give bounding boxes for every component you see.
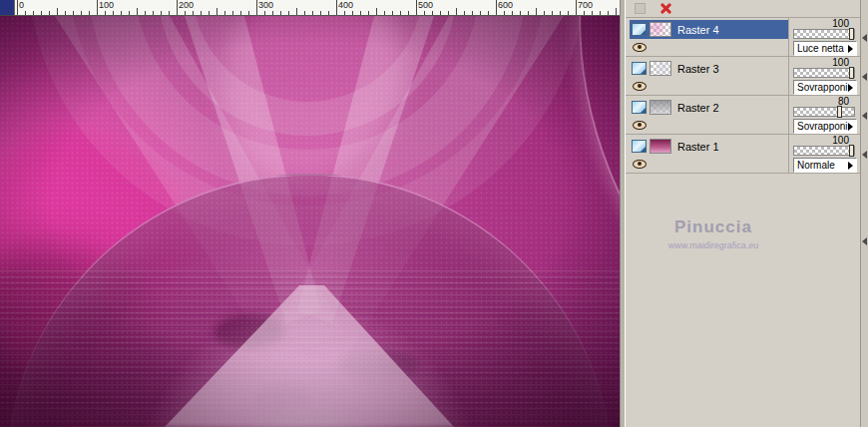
- ruler-tick: [97, 0, 98, 15]
- layer-row-header[interactable]: Raster 3: [630, 59, 788, 78]
- dropdown-arrow-icon: [848, 45, 853, 53]
- panel-edge-strip[interactable]: [860, 0, 868, 427]
- ruler-tick: [440, 11, 441, 15]
- visibility-eye-icon[interactable]: [633, 160, 647, 169]
- opacity-slider[interactable]: [793, 107, 855, 117]
- ruler-tick: [448, 11, 449, 15]
- layer-thumbnail: [650, 22, 671, 37]
- watermark-title: Pinuccia: [634, 217, 793, 237]
- layer-row-footer: [630, 156, 788, 172]
- ruler-tick: [480, 11, 481, 15]
- layer-thumbnail: [650, 61, 671, 76]
- ruler-tick: [272, 11, 273, 15]
- opacity-slider-handle[interactable]: [837, 106, 842, 118]
- blend-mode-dropdown[interactable]: Sovrapponi: [793, 119, 857, 134]
- layer-name[interactable]: Raster 2: [674, 102, 719, 114]
- ruler-tick: [352, 11, 353, 15]
- blend-mode-dropdown[interactable]: Normale: [793, 158, 857, 173]
- layer-row-header[interactable]: Raster 2: [630, 98, 788, 117]
- layer-row[interactable]: Raster 2 80 Sovrapponi: [626, 96, 860, 135]
- collapse-arrow-icon[interactable]: [862, 151, 867, 159]
- ruler-number: 200: [179, 1, 194, 10]
- toolbar-button[interactable]: [631, 1, 649, 16]
- ruler-tick: [264, 11, 265, 15]
- layer-row[interactable]: Raster 1 100 Normale: [626, 135, 860, 174]
- ruler-tick: [384, 11, 385, 15]
- ruler-tick: [248, 11, 249, 15]
- dropdown-arrow-icon: [848, 84, 853, 92]
- ruler-tick: [169, 11, 170, 15]
- collapse-arrow-icon[interactable]: [862, 112, 867, 120]
- layer-controls: 80 Sovrapponi: [788, 96, 860, 134]
- delete-layer-button[interactable]: [656, 1, 674, 16]
- opacity-slider-handle[interactable]: [849, 28, 854, 40]
- opacity-value: 80: [838, 97, 849, 106]
- opacity-slider-handle[interactable]: [849, 67, 854, 79]
- opacity-value: 100: [832, 19, 849, 28]
- ruler-tick: [512, 11, 513, 15]
- layer-row[interactable]: Raster 4 100 Luce netta: [626, 18, 860, 57]
- ruler-tick: [121, 11, 122, 15]
- layer-name[interactable]: Raster 1: [674, 141, 719, 153]
- ruler-tick: [560, 11, 561, 15]
- ruler-tick: [129, 11, 130, 15]
- canvas-area: 0100200300400500600700: [0, 0, 620, 427]
- ruler-tick: [25, 11, 26, 15]
- eye-pupil: [638, 162, 642, 166]
- layer-row-header[interactable]: Raster 1: [630, 137, 788, 156]
- ruler-tick: [600, 11, 601, 15]
- ruler-tick: [113, 11, 114, 15]
- ruler-tick: [209, 11, 210, 15]
- ruler-tick: [105, 11, 106, 15]
- ruler-tick: [217, 8, 217, 15]
- ruler-tick: [240, 11, 241, 15]
- visibility-eye-icon[interactable]: [633, 43, 647, 52]
- dropdown-arrow-icon: [848, 162, 853, 170]
- ruler-tick: [65, 11, 66, 15]
- ruler-tick: [576, 0, 577, 15]
- layer-controls: 100 Normale: [788, 135, 860, 173]
- ruler-tick: [280, 11, 281, 15]
- new-layer-icon: [635, 3, 646, 14]
- layer-row-left: Raster 1: [626, 135, 788, 173]
- layer-row[interactable]: Raster 3 100 Sovrapponi: [626, 57, 860, 96]
- blend-mode-dropdown[interactable]: Luce netta: [793, 41, 857, 56]
- ruler-tick: [81, 11, 82, 15]
- blend-mode-value: Normale: [797, 160, 835, 172]
- visibility-eye-icon[interactable]: [633, 121, 647, 130]
- layer-row-header[interactable]: Raster 4: [630, 20, 788, 39]
- artwork-vignette: [0, 16, 620, 427]
- ruler-tick: [432, 11, 433, 15]
- ruler-tick: [488, 11, 489, 15]
- collapse-arrow-icon[interactable]: [862, 73, 867, 81]
- ruler-number: 400: [338, 1, 353, 10]
- watermark-url: www.maidiregrafica.eu: [634, 240, 793, 250]
- visibility-eye-icon[interactable]: [633, 82, 647, 91]
- ruler-tick: [472, 11, 473, 15]
- ruler-tick: [153, 11, 154, 15]
- ruler-tick: [57, 8, 58, 15]
- opacity-slider-handle[interactable]: [849, 145, 854, 157]
- opacity-slider[interactable]: [793, 29, 855, 39]
- layer-name[interactable]: Raster 4: [674, 24, 719, 36]
- ruler-tick: [224, 11, 225, 15]
- ruler-tick: [392, 11, 393, 15]
- ruler-number: 600: [498, 1, 513, 10]
- ruler-tick: [185, 11, 186, 15]
- image-canvas[interactable]: [0, 16, 620, 427]
- ruler-tick: [584, 11, 585, 15]
- collapse-arrow-icon[interactable]: [862, 34, 867, 42]
- opacity-slider[interactable]: [793, 146, 855, 156]
- ruler-number: 500: [418, 1, 433, 10]
- ruler-number: 100: [99, 1, 114, 10]
- opacity-slider[interactable]: [793, 68, 855, 78]
- ruler-tick: [504, 11, 505, 15]
- layer-row-footer: [630, 78, 788, 94]
- collapse-arrow-icon[interactable]: [862, 237, 867, 245]
- ruler-tick: [360, 11, 361, 15]
- blend-mode-dropdown[interactable]: Sovrapponi: [793, 80, 857, 95]
- ruler-number: 0: [19, 1, 24, 10]
- blend-mode-value: Sovrapponi: [797, 121, 848, 133]
- layer-name[interactable]: Raster 3: [674, 63, 719, 75]
- ruler-tick: [408, 11, 409, 15]
